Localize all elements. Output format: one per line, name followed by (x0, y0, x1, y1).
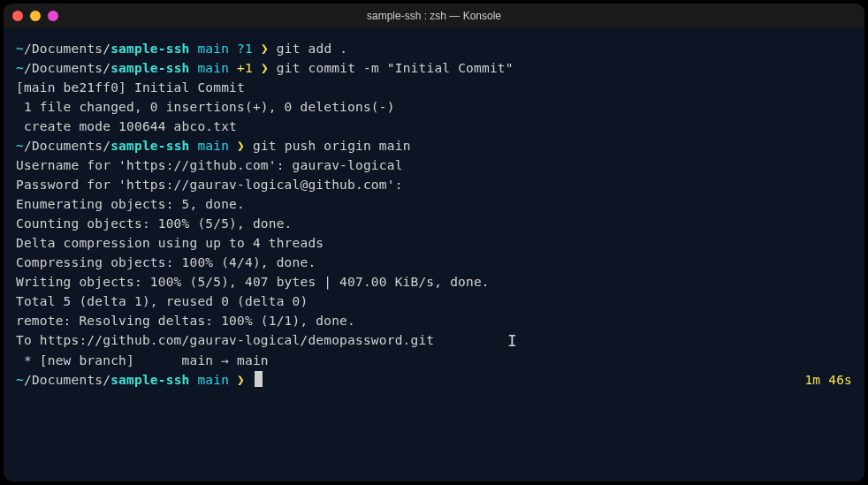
prompt-path: Documents (32, 39, 103, 58)
output-line: Delta compression using up to 4 threads (16, 233, 852, 253)
git-branch: main (197, 136, 229, 155)
window-title: sample-ssh : zsh — Konsole (4, 10, 864, 22)
prompt-dir: sample-ssh (110, 39, 189, 58)
terminal-body[interactable]: ~/Documents/sample-ssh main ?1 ❯ git add… (4, 28, 864, 481)
git-status: ?1 (237, 39, 253, 58)
output-line: Password for 'https://gaurav-logical@git… (16, 175, 852, 194)
command-text: git push origin main (253, 136, 411, 155)
maximize-icon[interactable] (48, 11, 58, 21)
prompt-path: Documents (32, 373, 103, 387)
prompt-slash: / (103, 136, 110, 155)
output-line: remote: Resolving deltas: 100% (1/1), do… (16, 311, 852, 330)
prompt-symbol: ❯ (261, 58, 269, 78)
prompt-dir: sample-ssh (110, 136, 189, 155)
output-line: create mode 100644 abco.txt (16, 117, 852, 136)
command-text: git commit -m "Initial Commit" (277, 58, 514, 78)
output-line: * [new branch] main → main (16, 351, 852, 370)
prompt-dir: sample-ssh (110, 58, 189, 78)
prompt-path: Documents (32, 136, 103, 155)
prompt-symbol: ❯ (237, 373, 245, 387)
prompt-line-2: ~/Documents/sample-ssh main +1 ❯ git com… (16, 58, 852, 78)
prompt-slash: / (24, 136, 32, 155)
git-branch: main (197, 58, 229, 78)
prompt-dir: sample-ssh (110, 373, 189, 387)
prompt-tilde: ~ (16, 39, 24, 58)
elapsed-time: 1m 46s (804, 370, 852, 390)
output-line: Compressing objects: 100% (4/4), done. (16, 253, 852, 272)
output-line: Username for 'https://github.com': gaura… (16, 155, 852, 175)
cursor-block (255, 371, 263, 387)
git-status: +1 (237, 58, 253, 78)
close-icon[interactable] (12, 11, 23, 21)
output-line: Total 5 (delta 1), reused 0 (delta 0) (16, 292, 852, 311)
prompt-slash: / (24, 373, 32, 387)
prompt-line-4: ~/Documents/sample-ssh main ❯ 1m 46s (16, 370, 852, 390)
titlebar: sample-ssh : zsh — Konsole (4, 4, 864, 28)
minimize-icon[interactable] (30, 11, 41, 21)
prompt-line-1: ~/Documents/sample-ssh main ?1 ❯ git add… (16, 39, 852, 58)
prompt-slash: / (103, 58, 110, 78)
terminal-window: sample-ssh : zsh — Konsole ~/Documents/s… (4, 4, 864, 481)
git-branch: main (197, 39, 229, 58)
output-line: 1 file changed, 0 insertions(+), 0 delet… (16, 97, 852, 117)
output-line: [main be21ff0] Initial Commit (16, 78, 852, 97)
prompt-slash: / (103, 373, 110, 387)
window-controls (12, 11, 58, 21)
prompt-slash: / (24, 39, 32, 58)
output-line: Writing objects: 100% (5/5), 407 bytes |… (16, 272, 852, 292)
prompt-tilde: ~ (16, 58, 24, 78)
output-line: To https://github.com/gaurav-logical/dem… (16, 330, 852, 350)
prompt-path: Documents (32, 58, 103, 78)
prompt-line-3: ~/Documents/sample-ssh main ❯ git push o… (16, 136, 852, 155)
output-line: Enumerating objects: 5, done. (16, 194, 852, 214)
command-text: git add . (277, 39, 347, 58)
prompt-tilde: ~ (16, 136, 24, 155)
output-line: Counting objects: 100% (5/5), done. (16, 214, 852, 233)
prompt-slash: / (103, 39, 110, 58)
prompt-symbol: ❯ (261, 39, 269, 58)
git-branch: main (197, 373, 229, 387)
prompt-symbol: ❯ (237, 136, 245, 155)
prompt-slash: / (24, 58, 32, 78)
prompt-tilde: ~ (16, 373, 24, 387)
